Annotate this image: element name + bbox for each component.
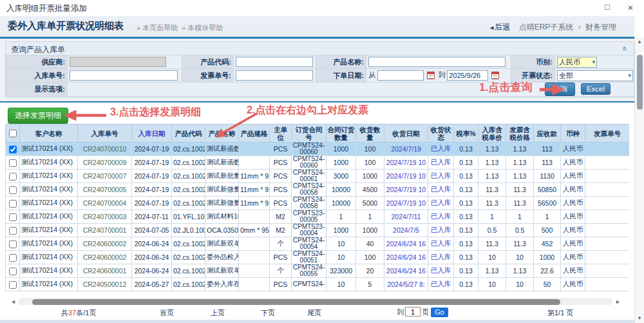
cell-11: 2024/7/5 (384, 224, 428, 237)
cell-3: 2024-07-19 (132, 197, 172, 210)
table-row[interactable]: 测试170214 (XX)CR2405000122024-05-2702.cs.… (6, 278, 630, 291)
row-checkbox[interactable] (9, 146, 17, 153)
inbound-no-input[interactable] (70, 70, 178, 81)
table-row[interactable]: 测试170214 (XX)CR2406000012024-06-2402.cs.… (6, 264, 630, 278)
annotation-step3: 3.点击选择发票明细 (110, 106, 201, 119)
table-row[interactable]: 测试170214 (XX)CR2406000022024-06-2402.cs.… (6, 237, 630, 251)
cell-14: 0.5 (478, 224, 506, 237)
record-count-number: 37 (68, 309, 76, 317)
row-checkbox[interactable] (9, 268, 17, 275)
product-name-label: 产品名称: (316, 55, 366, 69)
table-row[interactable]: 测试170214 (XX)CR2406000022024-06-2402.cs.… (6, 251, 630, 264)
hscroll-thumb[interactable] (32, 299, 560, 305)
select-invoice-detail-button[interactable]: 选择发票明细 (8, 108, 68, 124)
cell-5: 委外品检入途 (205, 251, 239, 264)
row-checkbox[interactable] (9, 254, 17, 262)
go-button[interactable]: Go (431, 308, 448, 317)
cell-18 (585, 170, 630, 183)
row-checkbox[interactable] (9, 281, 17, 289)
last-page-link[interactable]: 尾页 (307, 309, 321, 317)
prev-page-link[interactable]: 上页 (211, 309, 225, 317)
invoice-status-select[interactable]: 全部▾ (557, 70, 633, 81)
query-panel: 查询产品入库单 « 供应商: 产品代码: 产品名称: 币别: 人民币▾ 入库单号… (5, 41, 634, 98)
cell-1: 测试170214 (XX) (20, 156, 78, 170)
table-row[interactable]: 测试170214 (XX)CR2407000092024-07-1902.cs.… (6, 156, 630, 170)
date-from-input[interactable] (377, 70, 424, 81)
scroll-right-icon[interactable]: ► (615, 299, 621, 305)
page-help-link[interactable]: » 本页面帮助 (137, 23, 178, 33)
back-link[interactable]: ◄后退 (489, 23, 510, 32)
column-header-3[interactable]: 入库日期 (132, 124, 172, 142)
module-help-link[interactable]: » 本模块帮助 (182, 23, 223, 33)
cell-1: 测试170214 (XX) (20, 142, 78, 156)
column-header-6: 产品规格 (239, 124, 270, 142)
select-all-checkbox[interactable] (9, 130, 17, 137)
table-row[interactable]: 测试170214 (XX)CR2407000012024-07-0502.JL0… (6, 224, 630, 237)
scroll-up-icon[interactable]: ▲ (637, 39, 642, 44)
cell-18 (585, 156, 630, 170)
breadcrumb-system[interactable]: 点晴ERP子系统 (519, 23, 574, 32)
cell-15: 11.3 (506, 237, 534, 251)
cell-7: PCS (270, 197, 292, 210)
row-checkbox[interactable] (9, 227, 17, 235)
scroll-left-icon[interactable]: ◄ (10, 299, 16, 305)
first-page-link[interactable]: 首页 (160, 309, 174, 317)
cell-9: 1000 (327, 142, 356, 156)
calendar-icon[interactable] (491, 72, 499, 79)
table-row[interactable]: 测试170214 (XX)CR2407000052024-07-1902.cs.… (6, 183, 630, 197)
row-checkbox[interactable] (9, 186, 17, 194)
calendar-icon[interactable] (427, 72, 435, 79)
cell-10: 20 (356, 264, 384, 278)
product-code-input[interactable] (236, 57, 313, 67)
scroll-down-icon[interactable]: ▼ (637, 315, 642, 321)
column-header-4: 产品代码 (172, 124, 205, 142)
cell-15: 10 (506, 278, 534, 291)
pagination-bar: 共37条/1页 首页 上页 下页 尾页 到页Go 第1/1 页 (0, 305, 634, 320)
cell-11: 2024/5/27 8: (384, 278, 428, 291)
maximize-icon[interactable]: □ (601, 2, 613, 12)
cell-15: 10 (506, 251, 534, 264)
cell-3: 2024-06-24 (132, 264, 172, 278)
vertical-scrollbar[interactable]: ▲ ▼ (634, 37, 644, 323)
cell-10: 1000 (356, 224, 384, 237)
row-checkbox[interactable] (9, 240, 17, 248)
cell-12: 已入库 (428, 183, 454, 197)
cell-1: 测试170214 (XX) (20, 237, 78, 251)
cell-13: 0.13 (454, 197, 478, 210)
display-options-label: 显示选项: (6, 83, 68, 97)
currency-select[interactable]: 人民币▾ (557, 57, 597, 68)
cell-13: 0.13 (454, 264, 478, 278)
close-icon[interactable]: × (625, 2, 636, 13)
cell-3: 2024-07-19 (132, 156, 172, 170)
invoice-no-input[interactable] (236, 70, 313, 81)
row-checkbox[interactable] (9, 200, 17, 208)
search-button[interactable]: 查询 (545, 83, 575, 96)
vscroll-thumb[interactable] (637, 55, 643, 110)
inbound-no-label: 入库单号: (6, 69, 68, 83)
supplier-input[interactable] (70, 57, 166, 67)
page-header: 委外入库单开票状况明细表 » 本页面帮助 » 本模块帮助 ◄后退 点晴ERP子系… (0, 16, 634, 37)
table-row[interactable]: 测试170214 (XX)CR2407000032024-07-1101.YFL… (6, 210, 630, 224)
row-checkbox[interactable] (9, 159, 17, 167)
row-checkbox[interactable] (9, 213, 17, 221)
cell-14: 11.3 (478, 197, 506, 210)
product-name-input[interactable] (368, 57, 506, 67)
back-arrow-icon: ◄ (489, 24, 495, 31)
cell-6 (239, 278, 270, 291)
row-checkbox[interactable] (9, 173, 17, 181)
table-row[interactable]: 测试170214 (XX)CR2407000072024-07-1902.cs.… (6, 170, 630, 183)
page-number-input[interactable] (405, 307, 421, 317)
chevron-down-icon: ▾ (628, 72, 631, 79)
collapse-panel-icon[interactable]: « (620, 46, 630, 51)
table-row[interactable]: 测试170214 (XX)CR2407000042024-07-1902.cs.… (6, 197, 630, 210)
cell-7: 个 (270, 237, 292, 251)
cell-2: CR240600002 (78, 237, 132, 251)
cell-7: PCS (270, 183, 292, 197)
table-row[interactable]: 测试170214 (XX)CR2407000102024-07-1902.cs.… (6, 142, 630, 156)
date-to-input[interactable] (447, 70, 488, 81)
excel-button[interactable]: Excel (581, 83, 611, 95)
hscroll-track[interactable] (18, 298, 613, 305)
breadcrumb-module[interactable]: 财务管理 (585, 23, 616, 32)
next-page-link[interactable]: 下页 (261, 309, 275, 317)
table-header-row: 客户名称入库单号入库日期产品代码产品名称产品规格主单位订货合同号合同订货数量收货… (6, 124, 630, 142)
